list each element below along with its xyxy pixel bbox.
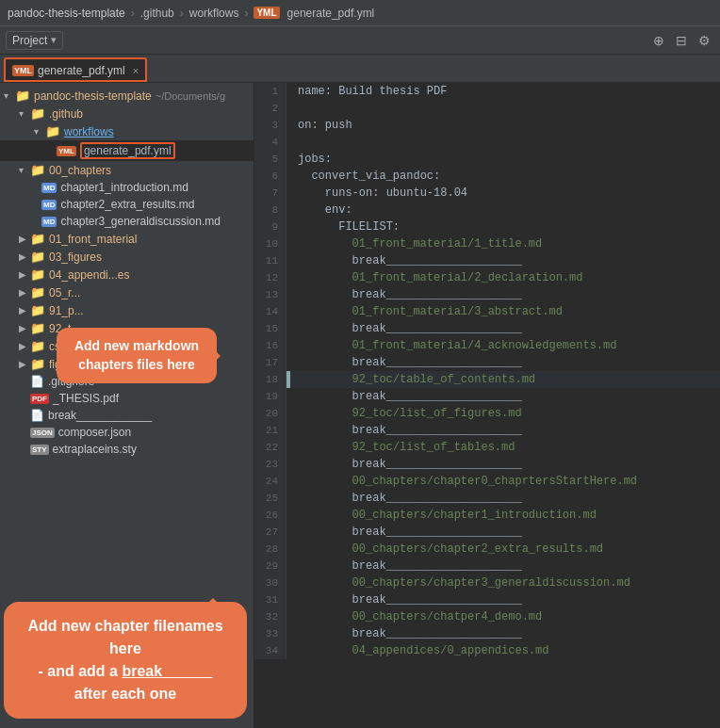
item-label: break____________ bbox=[48, 409, 152, 422]
root-arrow: ▾ bbox=[4, 90, 15, 101]
line-content: 00_chapters/chapter0_chaprtersStartHere.… bbox=[290, 473, 637, 490]
project-dropdown-icon: ▾ bbox=[51, 34, 57, 46]
line-number: 28 bbox=[254, 541, 286, 558]
code-line: 3 on: push bbox=[254, 117, 720, 134]
line-number: 15 bbox=[254, 320, 286, 337]
folder-icon: 📁 bbox=[30, 163, 45, 177]
code-editor[interactable]: 1 name: Build thesis PDF 2 3 on: push 4 … bbox=[254, 83, 720, 728]
item-label: _THESIS.pdf bbox=[53, 392, 119, 405]
line-content: break____________________ bbox=[290, 320, 522, 337]
line-number: 34 bbox=[254, 642, 286, 659]
item-label: chapter1_introduction.md bbox=[60, 181, 188, 194]
root-path: ~/Documents/g bbox=[155, 90, 225, 102]
line-number: 4 bbox=[254, 134, 286, 151]
tree-item-generate-pdf[interactable]: YML generate_pdf.yml bbox=[0, 140, 254, 161]
line-number: 8 bbox=[254, 202, 286, 218]
code-line: 34 04_appendices/0_appendices.md bbox=[254, 642, 720, 659]
tree-item-thesis-pdf[interactable]: PDF _THESIS.pdf bbox=[0, 390, 254, 407]
line-content: break____________________ bbox=[290, 456, 522, 473]
project-selector[interactable]: Project ▾ bbox=[6, 31, 63, 50]
line-content: 00_chapters/chapter3_generaldiscussion.m… bbox=[290, 574, 630, 591]
item-label: 01_front_material bbox=[49, 233, 137, 246]
callout-bottom-line2: - and add a break______ bbox=[21, 660, 230, 683]
item-label: extraplaceins.sty bbox=[53, 443, 137, 456]
line-number: 5 bbox=[254, 151, 286, 168]
pdf-file-icon: PDF bbox=[30, 394, 49, 404]
code-line: 29 break____________________ bbox=[254, 558, 720, 574]
line-content: 01_front_material/1_title.md bbox=[290, 235, 542, 252]
folder-icon: 📁 bbox=[30, 321, 45, 335]
line-content: runs-on: ubuntu-18.04 bbox=[290, 185, 467, 202]
tree-item-github[interactable]: ▾ 📁 .github bbox=[0, 105, 254, 122]
arrow: ▶ bbox=[19, 251, 30, 262]
code-line: 13 break____________________ bbox=[254, 286, 720, 303]
line-number: 27 bbox=[254, 524, 286, 541]
line-number: 16 bbox=[254, 337, 286, 354]
tree-item-chapter2[interactable]: MD chapter2_extra_results.md bbox=[0, 196, 254, 213]
tab-close-button[interactable]: × bbox=[133, 65, 139, 76]
code-line: 23 break____________________ bbox=[254, 456, 720, 473]
tree-item-00chapters[interactable]: ▾ 📁 00_chapters bbox=[0, 161, 254, 179]
tree-item-chapter3[interactable]: MD chapter3_generaldiscussion.md bbox=[0, 213, 254, 230]
tree-item-04appendices[interactable]: ▶ 📁 04_appendi...es bbox=[0, 266, 254, 283]
callout-bottom-line1: Add new chapter filenames here bbox=[21, 615, 230, 660]
tree-item-composer[interactable]: JSON composer.json bbox=[0, 424, 254, 441]
tree-item-91p[interactable]: ▶ 📁 91_p... bbox=[0, 301, 254, 319]
add-icon[interactable]: ⊕ bbox=[649, 31, 668, 50]
folder-icon: 📁 bbox=[30, 250, 45, 264]
code-line: 28 00_chapters/chapter2_extra_results.md bbox=[254, 541, 720, 558]
code-line: 2 bbox=[254, 100, 720, 117]
tree-item-extraplace[interactable]: STY extraplaceins.sty bbox=[0, 441, 254, 458]
settings-icon[interactable]: ⚙ bbox=[695, 31, 714, 50]
folder-icon: 📁 bbox=[45, 124, 60, 138]
json-file-icon: JSON bbox=[30, 428, 55, 438]
callout-right-text: Add new markdownchapters files here bbox=[74, 338, 199, 372]
line-content: break____________________ bbox=[290, 591, 522, 608]
item-label: .github bbox=[49, 107, 83, 121]
tree-item-01front[interactable]: ▶ 📁 01_front_material bbox=[0, 230, 254, 248]
code-line: 15 break____________________ bbox=[254, 320, 720, 337]
code-line: 27 break____________________ bbox=[254, 524, 720, 541]
tree-item-workflows[interactable]: ▾ 📁 workflows bbox=[0, 122, 254, 140]
folder-icon: 📁 bbox=[30, 339, 45, 353]
title-bar: pandoc-thesis-template › .github › workf… bbox=[0, 0, 720, 26]
line-number: 32 bbox=[254, 608, 286, 625]
line-content: break____________________ bbox=[290, 388, 522, 405]
file-tree-sidebar: ▾ 📁 pandoc-thesis-template ~/Documents/g… bbox=[0, 83, 254, 728]
line-content: break____________________ bbox=[290, 354, 522, 371]
line-content: break____________________ bbox=[290, 286, 522, 303]
code-line: 20 92_toc/list_of_figures.md bbox=[254, 405, 720, 422]
line-number: 24 bbox=[254, 473, 286, 490]
tree-root[interactable]: ▾ 📁 pandoc-thesis-template ~/Documents/g bbox=[0, 87, 254, 105]
tree-item-chapter1[interactable]: MD chapter1_introduction.md bbox=[0, 179, 254, 196]
line-content: 01_front_material/2_declaration.md bbox=[290, 269, 582, 286]
title-path1: .github bbox=[140, 7, 174, 20]
folder-icon: 📁 bbox=[30, 232, 45, 246]
tree-item-03figures[interactable]: ▶ 📁 03_figures bbox=[0, 248, 254, 266]
line-content: name: Build thesis PDF bbox=[290, 83, 447, 100]
line-content: break____________________ bbox=[290, 625, 522, 642]
line-content: 04_appendices/0_appendices.md bbox=[290, 642, 548, 659]
layout-icon[interactable]: ⊟ bbox=[672, 31, 691, 50]
arrow: ▶ bbox=[19, 269, 30, 280]
code-line: 19 break____________________ bbox=[254, 388, 720, 405]
line-number: 18 bbox=[254, 371, 286, 388]
folder-icon: 📁 bbox=[30, 357, 45, 371]
tree-item-05r[interactable]: ▶ 📁 05_r... bbox=[0, 283, 254, 301]
code-line: 17 break____________________ bbox=[254, 354, 720, 371]
line-content: 00_chapters/chapter2_extra_results.md bbox=[290, 541, 603, 558]
line-number: 29 bbox=[254, 558, 286, 574]
line-content: env: bbox=[290, 202, 352, 218]
code-line: 4 bbox=[254, 134, 720, 151]
code-line: 1 name: Build thesis PDF bbox=[254, 83, 720, 100]
title-project: pandoc-thesis-template bbox=[8, 7, 125, 20]
tree-item-break[interactable]: 📄 break____________ bbox=[0, 407, 254, 424]
tab-generate-pdf[interactable]: YML generate_pdf.yml × bbox=[4, 57, 147, 82]
arrow: ▾ bbox=[34, 126, 45, 137]
title-sep1: › bbox=[131, 7, 135, 20]
item-label: 05_r... bbox=[49, 286, 80, 299]
item-label: generate_pdf.yml bbox=[80, 142, 175, 159]
folder-icon: 📁 bbox=[30, 267, 45, 282]
line-content: 01_front_material/4_acknowledgements.md bbox=[290, 337, 616, 354]
code-line: 7 runs-on: ubuntu-18.04 bbox=[254, 185, 720, 202]
